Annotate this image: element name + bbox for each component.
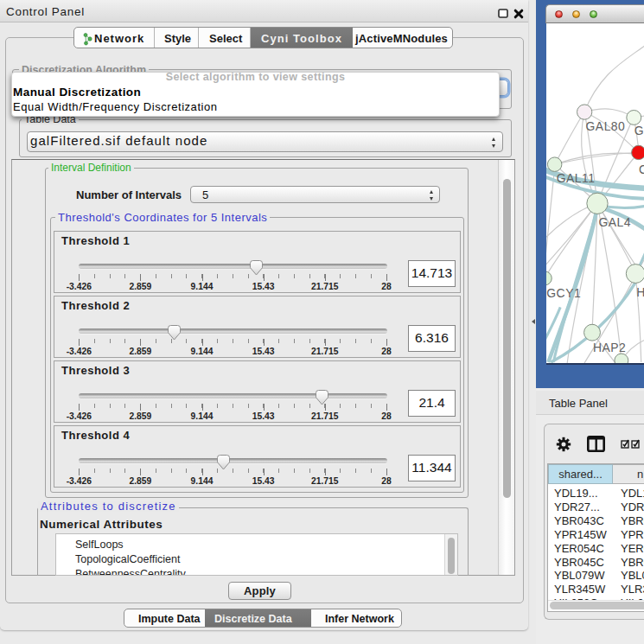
svg-text:H: H <box>636 285 644 299</box>
svg-text:HAP2: HAP2 <box>593 340 626 354</box>
svg-text:C: C <box>638 162 644 175</box>
svg-text:GAL4: GAL4 <box>598 215 631 229</box>
svg-text:G.: G. <box>634 123 644 137</box>
svg-text:GCY1: GCY1 <box>546 285 581 299</box>
svg-text:GAL80: GAL80 <box>585 119 625 133</box>
svg-text:GAL11: GAL11 <box>556 171 595 185</box>
